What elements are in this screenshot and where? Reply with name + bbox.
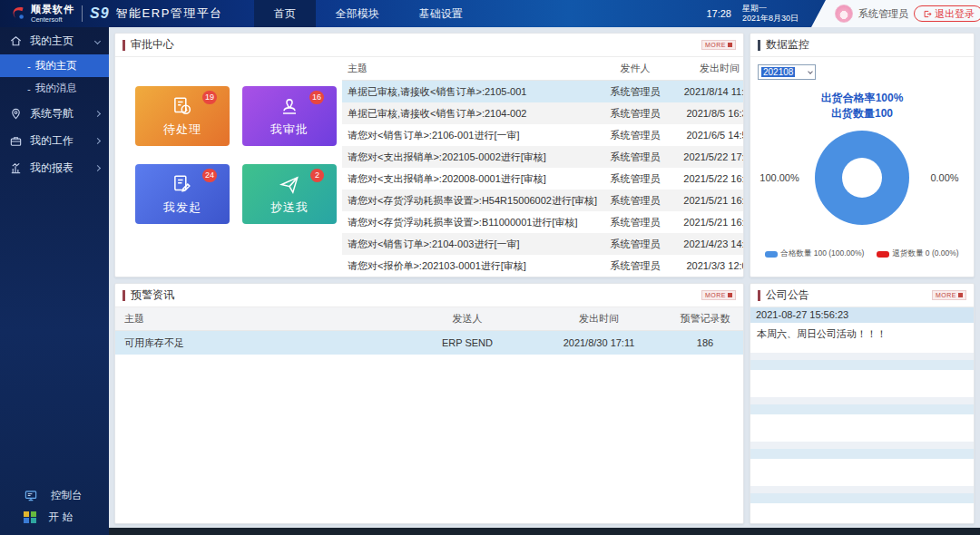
chevron-down-icon <box>808 69 813 74</box>
announcement-text[interactable]: 本周六、周日公司活动！！！ <box>750 323 974 353</box>
tab-all-modules[interactable]: 全部模块 <box>316 0 399 27</box>
clock-weekday: 星期一 <box>742 4 799 14</box>
announcements-title: 公司公告 <box>758 287 809 303</box>
legend-swatch-pass <box>765 251 778 258</box>
bottom-bar <box>109 528 980 535</box>
table-row[interactable]: 单据已审核,请接收<销售订单>:2105-001 系统管理员 2021/8/14… <box>342 81 744 102</box>
donut-left-label: 100.00% <box>754 172 805 183</box>
table-row[interactable]: 请您对<存货浮动耗损率设置>:H54R15006002进行[审核] 系统管理员 … <box>342 190 744 211</box>
announcements-panel: 公司公告 MORE 2021-08-27 15:56:23 本周六、周日公司活动… <box>750 283 975 524</box>
tab-basic-settings[interactable]: 基础设置 <box>399 0 483 27</box>
doc-edit-icon <box>171 173 194 197</box>
alerts-table-header: 主题 发送人 发出时间 预警记录数 <box>115 307 743 331</box>
user-area: 系统管理员 退出登录 <box>811 0 980 27</box>
main-nav: 首页 全部模块 基础设置 <box>254 0 483 27</box>
sidebar-item-my-home[interactable]: 我的主页 <box>0 27 109 54</box>
username: 系统管理员 <box>858 7 908 21</box>
approval-more-button[interactable]: MORE <box>701 40 736 50</box>
badge-count: 24 <box>202 169 217 182</box>
approval-table: 主题 发件人 发出时间 单据已审核,请接收<销售订单>:2105-001 系统管… <box>342 57 744 277</box>
logout-icon <box>922 9 932 19</box>
table-row[interactable]: 请您对<报价单>:202103-0001进行[审核] 系统管理员 2021/3/… <box>342 255 744 277</box>
doc-clock-icon <box>171 95 194 119</box>
send-icon <box>278 173 301 197</box>
chart-legend: 合格数量 100 (100.00%) 退货数量 0 (0.00%) <box>750 248 974 259</box>
alerts-more-button[interactable]: MORE <box>701 290 736 300</box>
app-title: 智能ERP管理平台 <box>116 5 223 22</box>
period-value: 202108 <box>761 67 795 77</box>
legend-swatch-return <box>877 251 889 258</box>
badge-count: 2 <box>310 169 324 182</box>
announcement-slot <box>750 360 974 370</box>
alerts-title: 预警资讯 <box>122 287 174 303</box>
console-icon <box>24 489 38 502</box>
briefcase-icon <box>9 134 23 148</box>
brand-name-cn: 顺景软件 <box>31 5 74 15</box>
sidebar: 我的主页 我的主页 我的消息 系统导航 我的工作 我的报表 <box>0 27 109 535</box>
announcement-slot <box>750 493 974 503</box>
data-monitor-panel: 数据监控 202108 出货合格率100% 出货数量100 100.00% 0.… <box>750 33 975 277</box>
badge-count: 19 <box>202 91 217 104</box>
brand: 顺景软件 Centersoft S9 智能ERP管理平台 <box>0 0 223 27</box>
start-icon <box>24 511 36 524</box>
tile-cc-to-me[interactable]: 抄送我 2 <box>242 164 337 224</box>
data-monitor-title: 数据监控 <box>758 37 809 53</box>
main-content: 审批中心 MORE 待处理 19 <box>109 27 980 535</box>
erp-dashboard: 顺景软件 Centersoft S9 智能ERP管理平台 首页 全部模块 基础设… <box>0 0 980 535</box>
legend-label-return: 退货数量 0 (0.00%) <box>892 248 958 259</box>
chevron-down-icon <box>94 37 101 44</box>
table-row[interactable]: 可用库存不足 ERP SEND 2021/8/30 17:11 186 <box>115 331 743 355</box>
shipment-qty-text: 出货数量100 <box>750 106 974 122</box>
donut-right-label: 0.00% <box>919 172 970 183</box>
period-select[interactable]: 202108 <box>758 64 816 80</box>
table-row[interactable]: 请您对<支出报销单>:202105-0002进行[审核] 系统管理员 2021/… <box>342 146 744 168</box>
company-logo-icon <box>7 4 27 24</box>
logout-button[interactable]: 退出登录 <box>914 5 980 22</box>
tile-pending[interactable]: 待处理 19 <box>135 86 230 146</box>
topbar: 顺景软件 Centersoft S9 智能ERP管理平台 首页 全部模块 基础设… <box>0 0 980 27</box>
tile-initiated-by-me[interactable]: 我发起 24 <box>135 164 230 224</box>
sidebar-item-system-nav[interactable]: 系统导航 <box>0 100 109 127</box>
table-row[interactable]: 单据已审核,请接收<销售订单>:2104-002 系统管理员 2021/8/5 … <box>342 102 744 124</box>
tile-my-approvals[interactable]: 我审批 16 <box>242 86 337 146</box>
pass-rate-text: 出货合格率100% <box>750 91 974 106</box>
table-row[interactable]: 请您对<存货浮动耗损率设置>:B11000001进行[审核] 系统管理员 202… <box>342 211 744 233</box>
approval-table-header: 主题 发件人 发出时间 <box>342 57 744 81</box>
sidebar-item-my-reports[interactable]: 我的报表 <box>0 154 109 181</box>
approval-center-panel: 审批中心 MORE 待处理 19 <box>114 33 744 277</box>
legend-label-pass: 合格数量 100 (100.00%) <box>780 248 864 259</box>
stamp-icon <box>278 95 301 119</box>
map-pin-icon <box>9 107 23 121</box>
sidebar-subitem-my-home[interactable]: 我的主页 <box>0 54 109 77</box>
announcements-more-button[interactable]: MORE <box>932 290 966 300</box>
chevron-right-icon <box>94 110 101 116</box>
announcement-slot <box>750 404 974 414</box>
product-logo: S9 <box>90 5 110 22</box>
table-row[interactable]: 请您对<支出报销单>:202008-0001进行[审核] 系统管理员 2021/… <box>342 168 744 190</box>
tab-home[interactable]: 首页 <box>254 0 316 27</box>
announcement-date: 2021-08-27 15:56:23 <box>750 307 974 323</box>
donut-chart[interactable] <box>815 131 909 225</box>
shipment-stats: 出货合格率100% 出货数量100 <box>750 91 974 122</box>
badge-count: 16 <box>309 91 324 104</box>
sidebar-subitem-my-messages[interactable]: 我的消息 <box>0 77 109 100</box>
chevron-right-icon <box>94 164 101 170</box>
home-icon <box>9 34 23 48</box>
brand-name-en: Centersoft <box>31 16 74 24</box>
start-button[interactable]: 开 始 <box>24 511 83 524</box>
table-row[interactable]: 请您对<销售订单>:2104-003进行[一审] 系统管理员 2021/4/23… <box>342 233 744 255</box>
clock: 17:28 星期一 2021年8月30日 <box>706 4 811 24</box>
chevron-right-icon <box>94 137 101 143</box>
clock-time: 17:28 <box>706 8 731 19</box>
console-button[interactable]: 控制台 <box>24 489 83 502</box>
approval-tiles: 待处理 19 我审批 16 <box>115 57 337 277</box>
clock-date: 2021年8月30日 <box>742 14 799 24</box>
sidebar-footer: 控制台 开 始 <box>24 489 83 524</box>
chart-icon <box>9 161 23 175</box>
approval-center-title: 审批中心 <box>122 37 174 53</box>
alerts-panel: 预警资讯 MORE 主题 发送人 发出时间 预警记录数 可用库存不足 ERP S… <box>114 283 744 524</box>
announcement-slot <box>750 449 974 459</box>
table-row[interactable]: 请您对<销售订单>:2106-001进行[一审] 系统管理员 2021/6/5 … <box>342 124 744 146</box>
sidebar-item-my-work[interactable]: 我的工作 <box>0 127 109 154</box>
avatar[interactable] <box>835 5 853 23</box>
